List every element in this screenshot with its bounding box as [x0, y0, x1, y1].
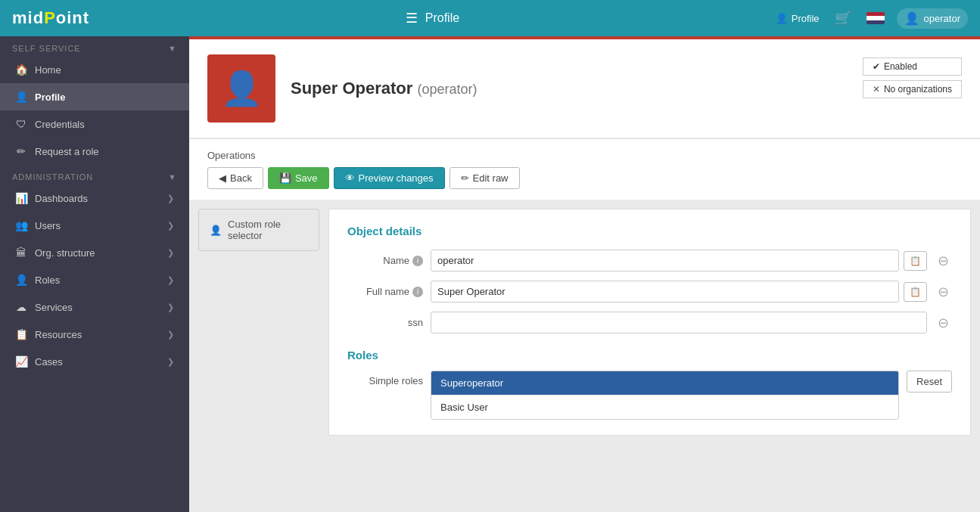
cart-button[interactable]: 🛒 [832, 7, 854, 29]
administration-section: Administration ▼ [0, 165, 189, 185]
orgs-badge: ✕ No organizations [863, 80, 962, 98]
nav-title: Profile [425, 11, 459, 25]
avatar-icon: 👤 [221, 69, 263, 108]
users-icon: 👥 [15, 219, 27, 231]
sidebar-item-users[interactable]: 👥 Users ❯ [0, 212, 189, 239]
role-item-basic-user[interactable]: Basic User [431, 395, 898, 419]
sidebar-label-services: Services [35, 302, 73, 313]
self-service-chevron[interactable]: ▼ [168, 44, 177, 53]
sidebar-item-request-role[interactable]: ✏ Request a role [0, 138, 189, 165]
sidebar-label-resources: Resources [35, 329, 82, 340]
sidebar-item-home[interactable]: 🏠 Home [0, 56, 189, 83]
roles-icon: 👤 [15, 274, 27, 286]
name-input[interactable] [431, 250, 899, 272]
edit-raw-button[interactable]: ✏ Edit raw [450, 167, 520, 189]
preview-changes-button[interactable]: 👁 Preview changes [334, 167, 445, 189]
language-flag[interactable] [866, 12, 885, 24]
org-chevron: ❯ [167, 248, 174, 258]
profile-icon: 👤 [15, 91, 27, 103]
name-copy-button[interactable]: 📋 [904, 251, 927, 271]
profile-info: Super Operator (operator) [291, 79, 962, 98]
sidebar-item-profile[interactable]: 👤 Profile [0, 83, 189, 110]
navbar: midPoint ☰ Profile 👤 Profile 🛒 👤 operato… [0, 0, 980, 36]
save-icon: 💾 [279, 172, 291, 184]
org-icon: 🏛 [15, 247, 27, 259]
fullname-remove-button[interactable]: ⊖ [935, 284, 952, 300]
operations-label: Operations [207, 150, 962, 161]
fullname-input[interactable] [431, 281, 899, 303]
reset-button[interactable]: Reset [907, 371, 952, 393]
sidebar-label-request-role: Request a role [35, 146, 99, 157]
enabled-badge: ✔ Enabled [863, 57, 962, 76]
sidebar-label-profile: Profile [35, 92, 65, 103]
operations-bar: Operations ◀ Back 💾 Save 👁 Preview chang… [189, 138, 980, 200]
custom-role-icon: 👤 [210, 225, 222, 236]
roles-section-title: Roles [347, 349, 952, 362]
custom-role-label: Custom role selector [228, 219, 308, 241]
avatar-box: 👤 [207, 54, 275, 123]
main-content: 👤 Super Operator (operator) ✔ Enabled ✕ … [189, 36, 980, 512]
services-chevron: ❯ [167, 303, 174, 312]
hamburger-icon[interactable]: ☰ [406, 10, 418, 26]
fullname-info-icon[interactable]: i [412, 287, 423, 297]
sidebar-item-resources[interactable]: 📋 Resources ❯ [0, 321, 189, 348]
fullname-input-wrap: 📋 [431, 281, 927, 303]
services-icon: ☁ [15, 301, 27, 313]
roles-list: Superoperator Basic User [431, 371, 899, 420]
sidebar-label-dashboards: Dashboards [35, 193, 88, 204]
navbar-center: ☰ Profile [406, 10, 459, 26]
admin-section-chevron[interactable]: ▼ [168, 172, 177, 182]
fullname-copy-button[interactable]: 📋 [904, 282, 927, 302]
back-button[interactable]: ◀ Back [207, 167, 263, 189]
roles-chevron: ❯ [167, 275, 174, 285]
sidebar-label-credentials: Credentials [35, 119, 85, 130]
credentials-icon: 🛡 [15, 118, 27, 130]
layout: Self Service ▼ 🏠 Home 👤 Profile 🛡 Creden… [0, 36, 980, 512]
object-details-title: Object details [347, 225, 952, 237]
profile-full-name: Super Operator (operator) [291, 79, 962, 98]
ssn-label: ssn [347, 317, 423, 328]
ssn-remove-button[interactable]: ⊖ [935, 315, 952, 331]
name-label: Name i [347, 255, 423, 266]
sidebar-item-credentials[interactable]: 🛡 Credentials [0, 110, 189, 138]
self-service-section: Self Service ▼ [0, 36, 189, 56]
fullname-label: Full name i [347, 286, 423, 297]
profile-badges: ✔ Enabled ✕ No organizations [863, 57, 962, 98]
app-brand: midPoint [12, 8, 89, 28]
user-menu[interactable]: 👤 operator [897, 8, 968, 29]
name-info-icon[interactable]: i [412, 256, 423, 266]
orgs-label: No organizations [884, 84, 952, 95]
cases-chevron: ❯ [167, 357, 174, 367]
sidebar-item-services[interactable]: ☁ Services ❯ [0, 293, 189, 321]
name-remove-button[interactable]: ⊖ [935, 253, 952, 269]
custom-role-selector[interactable]: 👤 Custom role selector [198, 209, 319, 251]
sidebar-item-org-structure[interactable]: 🏛 Org. structure ❯ [0, 239, 189, 266]
check-icon: ✔ [873, 61, 880, 72]
content-area: 👤 Custom role selector Object details Na… [198, 209, 971, 436]
home-icon: 🏠 [15, 64, 27, 76]
name-field-row: Name i 📋 ⊖ [347, 250, 952, 272]
side-panel: 👤 Custom role selector [198, 209, 319, 436]
profile-nav-link[interactable]: 👤 Profile [776, 13, 820, 24]
ssn-field-row: ssn ⊖ [347, 312, 952, 334]
roles-row: Simple roles Superoperator Basic User Re… [347, 371, 952, 420]
users-chevron: ❯ [167, 221, 174, 231]
edit-raw-icon: ✏ [461, 172, 469, 184]
dashboards-chevron: ❯ [167, 194, 174, 203]
profile-header: 👤 Super Operator (operator) ✔ Enabled ✕ … [189, 36, 980, 138]
sidebar-item-dashboards[interactable]: 📊 Dashboards ❯ [0, 185, 189, 212]
profile-nav-label: Profile [792, 13, 820, 24]
resources-chevron: ❯ [167, 330, 174, 340]
resources-icon: 📋 [15, 328, 27, 340]
sidebar: Self Service ▼ 🏠 Home 👤 Profile 🛡 Creden… [0, 36, 189, 512]
sidebar-item-cases[interactable]: 📈 Cases ❯ [0, 348, 189, 375]
preview-icon: 👁 [345, 172, 355, 184]
sidebar-item-roles[interactable]: 👤 Roles ❯ [0, 266, 189, 293]
navbar-right: 👤 Profile 🛒 👤 operator [776, 7, 968, 29]
sidebar-label-roles: Roles [35, 275, 60, 286]
cases-icon: 📈 [15, 355, 27, 368]
ssn-input[interactable] [431, 312, 927, 334]
save-button[interactable]: 💾 Save [268, 167, 329, 189]
x-icon: ✕ [873, 84, 880, 95]
role-item-superoperator[interactable]: Superoperator [431, 371, 898, 395]
